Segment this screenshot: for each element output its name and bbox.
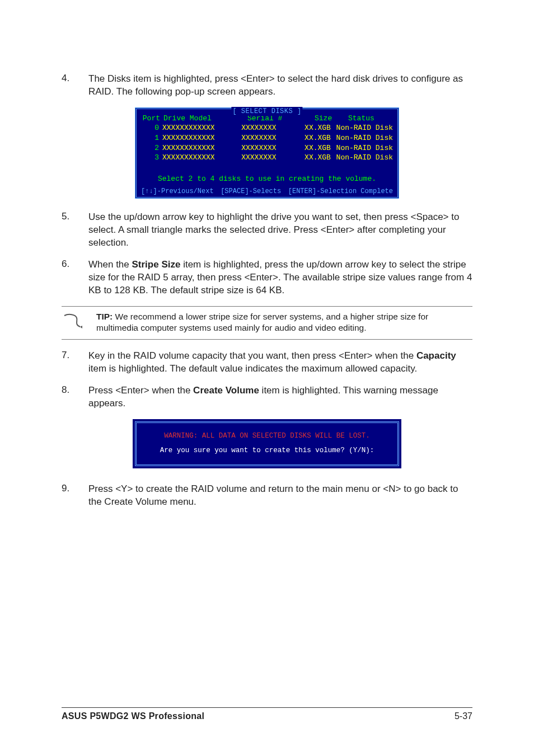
- page-number: 5-37: [455, 711, 472, 721]
- col-status: Status: [348, 114, 393, 124]
- step-num: 6.: [62, 259, 88, 297]
- select-disks-title: [ SELECT DISKS ]: [231, 107, 302, 116]
- step-text: Press <Y> to create the RAID volume and …: [88, 483, 472, 509]
- tip-icon: [62, 311, 86, 334]
- step-7: 7. Key in the RAID volume capacity that …: [62, 350, 472, 375]
- table-row: 0 XXXXXXXXXXXX XXXXXXXX XX.XGB Non-RAID …: [141, 123, 393, 133]
- step-text: Use the up/down arrow key to highlight t…: [88, 211, 472, 250]
- step-num: 9.: [62, 483, 88, 509]
- step-9: 9. Press <Y> to create the RAID volume a…: [62, 483, 472, 509]
- tip-box: TIP: We recommend a lower stripe size fo…: [62, 306, 472, 340]
- tip-text: TIP: We recommend a lower stripe size fo…: [96, 311, 472, 334]
- step-6: 6. When the Stripe Size item is highligh…: [62, 259, 472, 297]
- step-num: 4.: [62, 73, 88, 98]
- step-num: 7.: [62, 350, 88, 375]
- col-port: Port: [141, 114, 163, 124]
- table-row: 2 XXXXXXXXXXXX XXXXXXXX XX.XGB Non-RAID …: [141, 143, 393, 153]
- warning-line-1: WARNING: ALL DATA ON SELECTED DISKS WILL…: [142, 432, 392, 440]
- step-text: When the Stripe Size item is highlighted…: [88, 259, 472, 297]
- warning-line-2: Are you sure you want to create this vol…: [142, 447, 392, 454]
- col-size: Size: [315, 114, 348, 124]
- step-8: 8. Press <Enter> when the Create Volume …: [62, 384, 472, 410]
- hint-space: [SPACE]-Selects: [221, 187, 281, 196]
- step-text: The Disks item is highlighted, press <En…: [88, 73, 472, 98]
- page-footer: ASUS P5WDG2 WS Professional 5-37: [62, 707, 472, 721]
- table-row: 3 XXXXXXXXXXXX XXXXXXXX XX.XGB Non-RAID …: [141, 153, 393, 163]
- step-num: 5.: [62, 211, 88, 250]
- step-text: Press <Enter> when the Create Volume ite…: [88, 384, 472, 410]
- step-num: 8.: [62, 384, 88, 410]
- step-text: Key in the RAID volume capacity that you…: [88, 350, 472, 375]
- select-disks-screen: [ SELECT DISKS ] Port Drive Model Serial…: [135, 107, 399, 199]
- select-disks-footer: [↑↓]-Previous/Next [SPACE]-Selects [ENTE…: [138, 187, 396, 196]
- warning-screen: WARNING: ALL DATA ON SELECTED DISKS WILL…: [133, 419, 401, 468]
- hint-prev-next: [↑↓]-Previous/Next: [141, 187, 214, 196]
- select-disks-msg: Select 2 to 4 disks to use in creating t…: [138, 166, 396, 187]
- table-row: 1 XXXXXXXXXXXX XXXXXXXX XX.XGB Non-RAID …: [141, 133, 393, 143]
- step-5: 5. Use the up/down arrow key to highligh…: [62, 211, 472, 250]
- step-4: 4. The Disks item is highlighted, press …: [62, 73, 472, 98]
- hint-enter: [ENTER]-Selection Complete: [288, 187, 393, 196]
- product-name: ASUS P5WDG2 WS Professional: [62, 711, 204, 721]
